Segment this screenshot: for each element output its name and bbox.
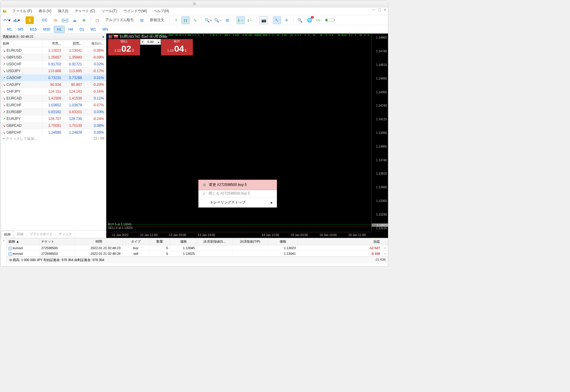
line-style-icon[interactable]: ∿ [191,16,199,24]
one-click-panel: SELL 1.13 02 3 ▾ 5.00 ▴ BUY 1.13 04 1 [108,39,193,56]
tf-m1[interactable]: M1 [4,26,15,33]
tf-w1[interactable]: W1 [88,26,99,33]
app-icon [3,9,8,13]
check-icon: ✓ [203,192,206,196]
one-click-sell[interactable]: SELL 1.13 02 3 [108,39,140,56]
mw-row-gbpusd[interactable]: ↘ GBPUSD1.358571.35880-0.09% [1,54,106,61]
menu-chart[interactable]: チャート (C) [72,8,97,15]
terminal-close-icon[interactable]: × [3,239,4,242]
vol-up-button[interactable]: ▴ [156,39,161,45]
shift-icon[interactable]: ⫿← [246,16,254,24]
minimize-icon[interactable]: — [372,8,376,12]
tf-m30[interactable]: M30 [40,26,53,33]
mw-tab-tick[interactable]: ティック [56,231,75,238]
svg-rect-6 [17,20,18,22]
mw-row-eurusd[interactable]: ↘ EURUSD1.130231.13041-0.06% [1,47,106,54]
mw-row-eurjpy[interactable]: ↗ EURJPY128.707128.730-0.24% [1,116,106,122]
mw-tab-priceboard[interactable]: プライスボード [27,231,56,238]
chart-area[interactable]: EURUSD, H1: Euro vs US Dollar SELL 1.13 … [106,34,388,238]
cloud-icon[interactable]: ☁ [70,16,79,24]
tf-m15[interactable]: M15 [27,26,39,33]
mw-row-chfjpy[interactable]: ↘ CHFJPY124.151124.183-0.16% [1,88,106,95]
close-position-icon[interactable]: × [382,251,388,256]
globe-icon[interactable]: ⊕ [80,16,88,24]
zoom-in-icon[interactable]: 🔍+ [204,16,213,24]
one-click-buy[interactable]: BUY 1.13 04 1 [161,39,193,56]
close-position-icon[interactable]: × [382,245,388,251]
menu-view[interactable]: 表示 (V) [36,8,54,15]
ide-button[interactable]: IDE [39,16,50,24]
mw-row-eurcad[interactable]: ↘ EURCAD1.415091.415380.11% [1,95,106,102]
notification-icon[interactable]: 🌐1 [305,16,314,24]
mw-row-eurchf[interactable]: ↘ EURCHF1.036521.03678-0.07% [1,102,106,109]
bar-style-icon[interactable]: ⫲ [172,16,180,24]
chart-flag-icon [108,35,112,38]
market-watch-add-row[interactable]: + クリックして追加... 15 / 99 [1,135,106,143]
new-order-icon[interactable]: ⊞ [138,16,146,24]
tf-mn[interactable]: MN [99,26,111,33]
mw-row-cadjpy[interactable]: ↘ CADJPY90.93490.967-0.29% [1,81,106,88]
mw-row-usdjpy[interactable]: ↘ USDJPY113.868113.885-0.17% [1,68,106,75]
search-icon[interactable]: 🔍 [296,16,304,24]
mw-tab-details[interactable]: 詳細 [14,231,27,238]
bar-chart-icon[interactable]: ▾ [12,16,20,24]
mw-row-usdchf[interactable]: ↗ USDCHF0.917020.917210.02% [1,61,106,68]
ctx-trailing-stop[interactable]: トレーリングストップ ▸ [199,197,277,207]
mw-row-cadchf[interactable]: ↗ CADCHF0.732310.732680.01% [1,75,106,81]
mw-row-gbpchf[interactable]: ↘ GBPCHF1.245851.246290.06% [1,129,106,135]
screenshot-icon[interactable]: 📷 [259,16,268,24]
battery-icon[interactable] [324,16,336,24]
buy-line [106,225,371,225]
cursor-icon[interactable]: ↖ [273,16,281,24]
dollar-icon[interactable]: $ [26,16,34,24]
maximize-icon[interactable]: ▢ [378,8,381,12]
menu-insert[interactable]: 挿入(I) [56,8,71,15]
menu-help[interactable]: ヘルプ(H) [151,8,172,15]
menubar: ファイル (F) 表示 (V) 挿入(I) チャート (C) ツール(T) ウイ… [1,7,388,15]
autoscroll-icon[interactable]: ⫿→ [237,16,245,24]
menu-window[interactable]: ウインドウ(W) [121,8,149,15]
candle-style-icon[interactable]: ⫿⫿ [181,16,190,24]
tf-h1[interactable]: H1 [54,26,65,33]
market-watch-panel: 気配値表示: 02:49:21 × 銘柄 売気... 買気... 毎日の... … [1,34,106,238]
vol-down-button[interactable]: ▾ [140,39,145,45]
terminal-row[interactable]: ≡ eurusd2725985032022.01.21 02:48:28sell… [7,251,388,257]
close-icon[interactable]: ✕ [384,8,387,12]
ctx-close-order[interactable]: ✓ 閉じる #272598500 buy 5 [199,190,277,197]
terminal-header: 銘柄 ▲ チケット 時間 タイプ 数量 価格 決済逆指値(S... 決済指値(T… [7,238,388,245]
signals-icon[interactable]: ((•)) [61,16,69,24]
timeframe-bar: M1 M5 M15 M30 H1 H4 D1 W1 MN [1,25,388,34]
sell-line [106,227,371,227]
stop-icon[interactable]: ◻ [93,16,102,24]
new-order-button[interactable]: 新規注文 [147,16,167,24]
tf-m5[interactable]: M5 [15,26,26,33]
market-icon[interactable]: 🛍 [51,16,60,24]
market-watch-tabs: 銘柄 詳細 プライスボード ティック [1,230,106,238]
tf-h4[interactable]: H4 [65,26,76,33]
ctx-modify-order[interactable]: ⚙ 変更 #272598500 buy 5 [198,180,277,190]
mw-row-gbpcad[interactable]: ↘ GBPCAD1.700911.701390.08% [1,122,106,129]
chart-flag2-icon [114,35,118,38]
svg-rect-8 [334,19,335,21]
mw-row-eurgbp[interactable]: ↗ EURGBP0.831820.832010.03% [1,109,106,116]
titlebar [1,1,388,7]
zoom-out-icon[interactable]: 🔍− [214,16,222,24]
market-watch-title: 気配値表示: 02:49:21 [3,34,34,39]
toolbar: ▾ ▾ $ IDE 🛍 ((•)) ☁ ⊕ ◻ アルゴリズム取引 ⊞ 新規注文 … [1,15,388,25]
svg-rect-1 [4,10,4,13]
line-chart-icon[interactable]: ▾ [3,16,11,24]
mw-tab-symbols[interactable]: 銘柄 [1,231,14,238]
menu-file[interactable]: ファイル (F) [10,8,34,15]
terminal-row[interactable]: ≡ eurusd2725985002022.01.21 02:48:23buy5… [7,245,388,251]
svg-rect-3 [6,10,6,13]
algo-trading-button[interactable]: アルゴリズム取引 [103,16,137,24]
window-controls: — ▢ ✕ [372,8,387,12]
level-icon[interactable]: LVL↑ [315,16,323,24]
market-watch-close-icon[interactable]: × [102,35,104,39]
x-axis: 11 Jan 202212 Jan 11:0013 Jan 03:0013 Ja… [106,232,371,238]
tf-d1[interactable]: D1 [77,26,87,33]
one-click-volume[interactable]: 5.00 [147,40,153,44]
menu-tools[interactable]: ツール(T) [99,8,119,15]
crosshair-icon[interactable]: ✛ [282,16,291,24]
grid-icon[interactable]: ⊞ [223,16,232,24]
